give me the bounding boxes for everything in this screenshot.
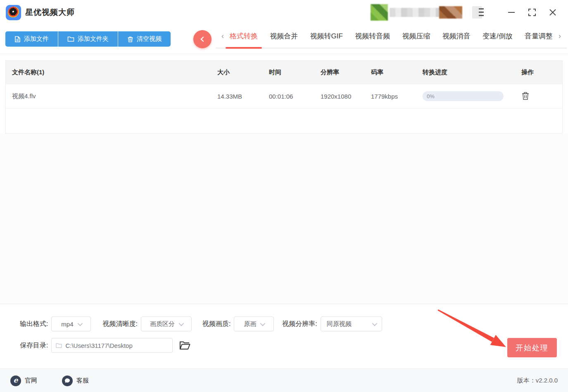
chevron-down-icon — [77, 321, 83, 326]
cell-bitrate: 1779kbps — [371, 93, 423, 100]
app-window: 星优视频大师 添加文件 — [0, 0, 568, 392]
tabs-strip: ‹ 格式转换 视频合并 视频转GIF 视频转音频 视频压缩 视频消音 变速/倒放… — [216, 25, 567, 49]
cell-duration: 00:01:06 — [269, 93, 321, 100]
menu-icon-blurred[interactable] — [472, 6, 482, 19]
add-file-label: 添加文件 — [24, 35, 49, 43]
close-icon — [548, 8, 557, 17]
header-actions: 操作 — [514, 68, 562, 76]
file-icon — [14, 36, 21, 43]
header-resolution: 分辨率 — [321, 68, 371, 76]
tab-video-merge[interactable]: 视频合并 — [267, 25, 300, 47]
settings-row-2: 保存目录: C:\Users\31177\Desktop — [20, 338, 568, 353]
toolbar-row: 添加文件 添加文件夹 清空视频 ‹ 格式转换 视频合并 — [0, 25, 568, 54]
content-empty-area — [0, 134, 568, 304]
tab-video-compress[interactable]: 视频压缩 — [399, 25, 433, 47]
tabs-scroll-left[interactable]: ‹ — [218, 32, 227, 40]
support-label: 客服 — [76, 377, 89, 385]
start-processing-button[interactable]: 开始处理 — [507, 338, 557, 357]
footer: e 官网 客服 版本：v2.2.0.0 — [0, 368, 568, 392]
table-row: 视频4.flv 14.33MB 00:01:06 1920x1080 1779k… — [6, 84, 562, 108]
open-folder-icon — [179, 341, 190, 350]
cell-filename: 视频4.flv — [6, 92, 217, 100]
chevron-left-icon — [200, 36, 205, 42]
clear-videos-label: 清空视频 — [137, 35, 162, 43]
tab-format-convert[interactable]: 格式转换 — [227, 25, 260, 47]
minimize-icon — [507, 8, 516, 17]
cell-size: 14.33MB — [217, 93, 269, 100]
header-filename: 文件名称(1) — [6, 68, 217, 76]
add-file-button[interactable]: 添加文件 — [5, 31, 58, 47]
version-text: 版本：v2.2.0.0 — [517, 377, 558, 385]
quality-label: 视频画质: — [202, 320, 231, 328]
resolution-select[interactable]: 同原视频 — [321, 316, 382, 331]
tab-video-to-gif[interactable]: 视频转GIF — [308, 25, 345, 47]
user-avatar-blurred[interactable] — [371, 4, 388, 21]
file-table: 文件名称(1) 大小 时间 分辨率 码率 转换进度 操作 视频4.flv 14.… — [5, 60, 563, 134]
tabs: 格式转换 视频合并 视频转GIF 视频转音频 视频压缩 视频消音 变速/倒放 音… — [227, 25, 555, 47]
table-empty-row — [6, 108, 562, 133]
clarity-select[interactable]: 画质区分 — [141, 316, 192, 331]
file-actions-group: 添加文件 添加文件夹 清空视频 — [5, 31, 171, 47]
chat-bubble-icon — [64, 378, 70, 383]
chevron-down-icon — [178, 321, 184, 326]
output-format-label: 输出格式: — [20, 320, 48, 328]
maximize-icon — [528, 8, 537, 17]
camera-lens-icon — [8, 7, 19, 18]
header-duration: 时间 — [269, 68, 321, 76]
back-circle-button[interactable] — [193, 30, 212, 48]
progress-bar: 0% — [423, 91, 504, 101]
settings-row-1: 输出格式: mp4 视频清晰度: 画质区分 视频画质: 原画 视频分辨率: 同原… — [20, 316, 568, 331]
quality-value: 原画 — [244, 320, 256, 328]
folder-icon — [56, 343, 62, 348]
add-folder-label: 添加文件夹 — [78, 35, 109, 43]
table-header: 文件名称(1) 大小 时间 分辨率 码率 转换进度 操作 — [6, 61, 562, 84]
tab-speed-reverse[interactable]: 变速/倒放 — [480, 25, 515, 47]
tab-video-mute[interactable]: 视频消音 — [440, 25, 473, 47]
app-title: 星优视频大师 — [25, 7, 75, 18]
user-name-blurred — [390, 8, 443, 17]
app-logo-icon — [6, 5, 21, 20]
save-dir-input[interactable]: C:\Users\31177\Desktop — [51, 338, 173, 353]
tab-video-to-audio[interactable]: 视频转音频 — [352, 25, 392, 47]
chat-bubble-icon — [62, 375, 73, 386]
resolution-label: 视频分辨率: — [282, 320, 317, 328]
progress-text: 0% — [427, 93, 435, 99]
header-progress: 转换进度 — [423, 68, 514, 76]
browse-folder-button[interactable] — [179, 341, 190, 350]
official-site-label: 官网 — [25, 377, 37, 385]
folder-icon — [67, 36, 74, 42]
clarity-label: 视频清晰度: — [102, 320, 137, 328]
cell-resolution: 1920x1080 — [321, 93, 371, 100]
chevron-down-icon — [260, 321, 266, 326]
quality-select[interactable]: 原画 — [234, 316, 274, 331]
output-format-select[interactable]: mp4 — [51, 316, 91, 331]
settings-panel: 输出格式: mp4 视频清晰度: 画质区分 视频画质: 原画 视频分辨率: 同原… — [0, 304, 568, 368]
output-format-value: mp4 — [61, 321, 73, 328]
delete-row-button[interactable] — [521, 91, 530, 100]
cell-actions — [514, 91, 562, 102]
official-site-link[interactable]: e 官网 — [10, 375, 37, 386]
add-folder-button[interactable]: 添加文件夹 — [58, 31, 118, 47]
support-link[interactable]: 客服 — [62, 375, 89, 386]
minimize-button[interactable] — [506, 7, 517, 18]
tab-volume-adjust[interactable]: 音量调整 — [522, 25, 555, 47]
save-dir-value: C:\Users\31177\Desktop — [65, 342, 132, 349]
browser-icon: e — [10, 375, 21, 386]
clear-videos-button[interactable]: 清空视频 — [118, 31, 171, 47]
user-badge-blurred — [439, 6, 462, 19]
header-bitrate: 码率 — [371, 68, 423, 76]
user-account-area[interactable] — [371, 5, 462, 20]
resolution-value: 同原视频 — [327, 320, 352, 328]
trash-icon — [127, 36, 133, 43]
cell-progress: 0% — [423, 91, 514, 101]
titlebar: 星优视频大师 — [0, 0, 568, 25]
close-button[interactable] — [547, 7, 558, 18]
tabs-scroll-right[interactable]: › — [555, 32, 564, 40]
maximize-button[interactable] — [527, 7, 537, 18]
save-dir-label: 保存目录: — [20, 341, 48, 350]
trash-icon — [521, 91, 530, 100]
clarity-value: 画质区分 — [150, 320, 175, 328]
chevron-down-icon — [372, 321, 377, 326]
header-size: 大小 — [217, 68, 269, 76]
